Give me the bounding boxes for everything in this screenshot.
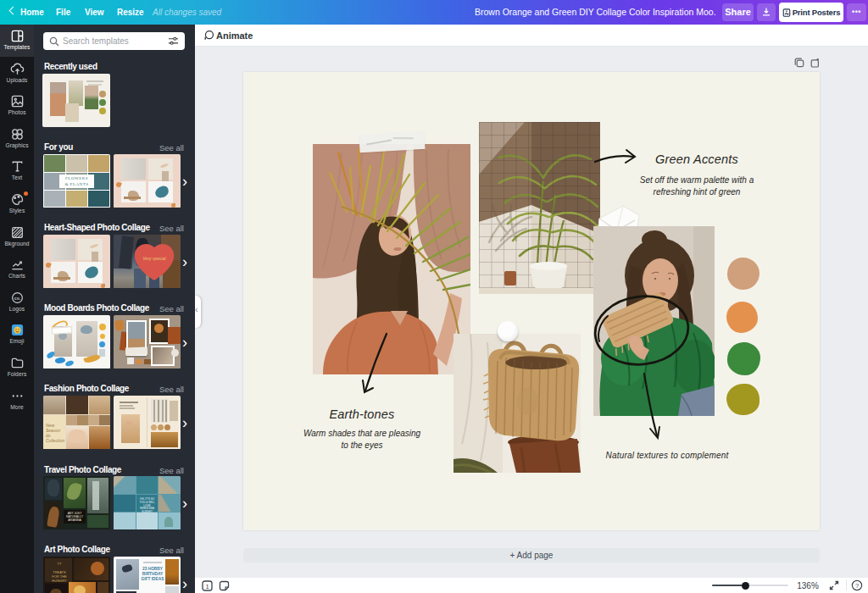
svg-text:co.: co. [14,295,20,300]
svg-text:1: 1 [205,583,209,590]
svg-text:?: ? [855,582,859,590]
svg-text:Very special: Very special [142,256,166,261]
